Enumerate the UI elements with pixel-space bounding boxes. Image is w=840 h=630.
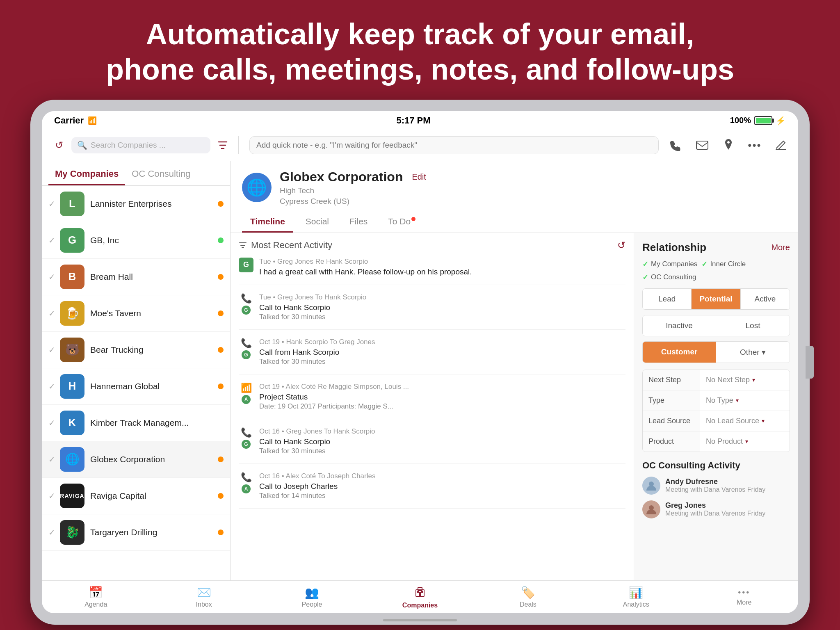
activity-dot (218, 274, 224, 280)
activity-dot (218, 493, 224, 499)
type-customer[interactable]: Customer (643, 342, 716, 363)
company-name: Kimber Track Managem... (90, 418, 218, 428)
compose-icon[interactable] (772, 136, 790, 154)
check-icon: ✓ (48, 235, 60, 245)
tab-todo[interactable]: To Do (380, 212, 424, 233)
company-item-6[interactable]: ✓ H Hanneman Global (42, 368, 230, 405)
search-box[interactable]: 🔍 Search Companies ... (71, 137, 210, 153)
nav-inbox[interactable]: ✉️ Inbox (150, 581, 258, 613)
company-avatar: 🐻 (60, 338, 84, 362)
badge-my-companies: ✓ My Companies (642, 260, 697, 269)
phone-icon[interactable] (667, 136, 685, 154)
status-active[interactable]: Active (741, 289, 790, 310)
timeline-sub: Talked for 30 minutes (259, 313, 625, 321)
oc-item-0: Andy Dufresne Meeting with Dana Varenos … (642, 477, 790, 495)
field-type: Type No Type ▾ (643, 390, 790, 411)
more-link[interactable]: More (771, 243, 790, 252)
company-item-8[interactable]: ✓ 🌐 Globex Corporation (42, 441, 230, 478)
company-item-1[interactable]: ✓ L Lannister Enterprises (42, 186, 230, 222)
call-timeline-icon: 📞 A (239, 472, 253, 500)
company-item-2[interactable]: ✓ G GB, Inc (42, 222, 230, 259)
more-dots-icon[interactable]: ••• (746, 136, 764, 154)
timeline-meta: Tue • Greg Jones Re Hank Scorpio (259, 258, 625, 266)
timeline-content: Oct 16 • Alex Coté To Joseph Charles Cal… (259, 472, 625, 500)
more-icon: ••• (738, 588, 750, 597)
timeline-item-1[interactable]: 📞 G Tue • Greg Jones To Hank Scorpio Cal… (239, 293, 625, 330)
tab-social[interactable]: Social (297, 212, 337, 233)
check-icon: ✓ (48, 272, 60, 282)
quick-note-input[interactable] (249, 136, 659, 154)
activity-dot (218, 457, 224, 462)
company-item-4[interactable]: ✓ 🍺 Moe's Tavern (42, 295, 230, 332)
status-grid-bottom: Inactive Lost (642, 315, 790, 336)
nav-analytics[interactable]: 📊 Analytics (582, 581, 690, 613)
relationship-panel: Relationship More ✓ My Companies ✓ Inner… (634, 233, 798, 580)
timeline-text: Project Status (259, 393, 625, 402)
svg-rect-6 (419, 592, 421, 596)
tab-files[interactable]: Files (341, 212, 376, 233)
status-left: Carrier 📶 (54, 115, 97, 126)
check-icon: ✓ (48, 454, 60, 464)
nav-companies[interactable]: Companies (366, 581, 474, 613)
field-label-next-step: Next Step (643, 370, 700, 390)
nav-more[interactable]: ••• More (690, 581, 798, 613)
status-lost[interactable]: Lost (716, 315, 790, 336)
timeline-text: Call to Hank Scorpio (259, 303, 625, 312)
tab-oc-consulting[interactable]: OC Consulting (125, 169, 197, 185)
timeline-sub: Talked for 14 minutes (259, 492, 625, 500)
company-item-10[interactable]: ✓ 🐉 Targaryen Drilling (42, 514, 230, 551)
agenda-icon: 📅 (89, 586, 103, 599)
home-indicator[interactable] (383, 619, 457, 621)
filter-icon[interactable] (214, 136, 232, 154)
analytics-icon: 📊 (629, 586, 643, 599)
timeline-item-0[interactable]: G Tue • Greg Jones Re Hank Scorpio I had… (239, 258, 625, 285)
check-icon: ✓ (48, 308, 60, 318)
status-lead[interactable]: Lead (643, 289, 692, 310)
field-value-next-step[interactable]: No Next Step ▾ (700, 370, 790, 390)
timeline-content: Oct 19 • Hank Scorpio To Greg Jones Call… (259, 338, 625, 366)
home-button[interactable] (806, 346, 814, 379)
company-item-7[interactable]: ✓ K Kimber Track Managem... (42, 405, 230, 441)
timeline-item-4[interactable]: 📞 G Oct 16 • Greg Jones To Hank Scorpio … (239, 427, 625, 464)
refresh-timeline-icon[interactable]: ↺ (617, 240, 625, 251)
timeline-item-3[interactable]: 📶 A Oct 19 • Alex Coté Re Maggie Simpson… (239, 383, 625, 419)
company-item-5[interactable]: ✓ 🐻 Bear Trucking (42, 332, 230, 368)
sidebar: My Companies OC Consulting ✓ L Lannister… (42, 161, 231, 580)
timeline-item-2[interactable]: 📞 G Oct 19 • Hank Scorpio To Greg Jones … (239, 338, 625, 374)
timeline-meta: Oct 16 • Greg Jones To Hank Scorpio (259, 427, 625, 436)
badge-oc-consulting: ✓ OC Consulting (642, 273, 696, 282)
company-item-9[interactable]: ✓ RAVIGA Raviga Capital (42, 478, 230, 514)
timeline-sub: Talked for 30 minutes (259, 447, 625, 455)
nav-people[interactable]: 👥 People (258, 581, 366, 613)
company-item-3[interactable]: ✓ B Bream Hall (42, 259, 230, 295)
field-value-product[interactable]: No Product ▾ (700, 431, 790, 452)
status-potential[interactable]: Potential (692, 289, 740, 310)
field-value-lead-source[interactable]: No Lead Source ▾ (700, 411, 790, 431)
nav-deals[interactable]: 🏷️ Deals (474, 581, 582, 613)
field-product: Product No Product ▾ (643, 431, 790, 452)
field-value-type[interactable]: No Type ▾ (700, 390, 790, 411)
edit-button[interactable]: Edit (412, 172, 426, 182)
todo-badge (411, 217, 415, 221)
tab-timeline[interactable]: Timeline (242, 212, 293, 233)
timeline-text: Call to Joseph Charles (259, 482, 625, 491)
timeline-meta: Oct 16 • Alex Coté To Joseph Charles (259, 472, 625, 480)
timeline-item-5[interactable]: 📞 A Oct 16 • Alex Coté To Joseph Charles… (239, 472, 625, 509)
email-icon[interactable] (693, 136, 711, 154)
status-inactive[interactable]: Inactive (643, 315, 716, 336)
oc-avatar-0 (642, 477, 660, 495)
timeline-meta: Oct 19 • Hank Scorpio To Greg Jones (259, 338, 625, 346)
inbox-icon: ✉️ (197, 586, 211, 599)
timeline-text: I had a great call with Hank. Please fol… (259, 267, 625, 276)
activity-dot (218, 347, 224, 353)
nav-agenda[interactable]: 📅 Agenda (42, 581, 150, 613)
svg-rect-8 (421, 591, 423, 593)
deals-icon: 🏷️ (521, 586, 535, 599)
type-other[interactable]: Other ▾ (716, 342, 790, 363)
refresh-icon[interactable]: ↺ (50, 136, 68, 154)
wifi-icon: 📶 (88, 116, 97, 125)
check-icon: ✓ (48, 199, 60, 209)
battery-label: 100% (730, 116, 751, 125)
tab-my-companies[interactable]: My Companies (48, 169, 125, 185)
location-icon[interactable] (719, 136, 737, 154)
